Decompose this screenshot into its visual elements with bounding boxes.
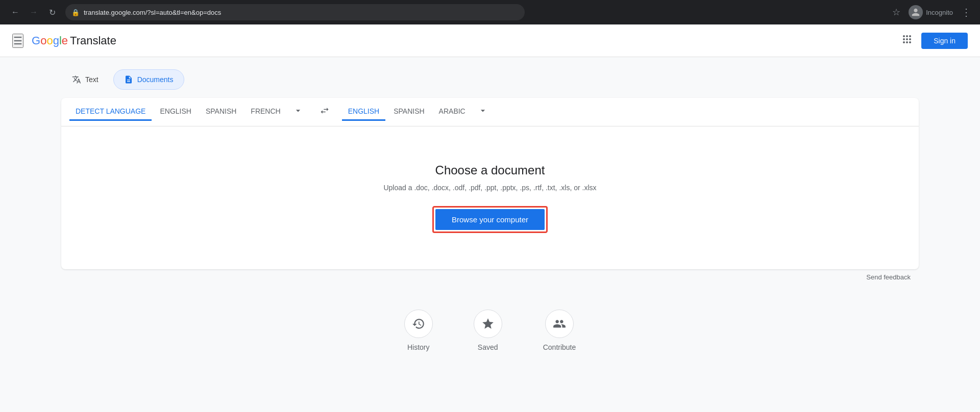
- bottom-nav: History Saved Contribute: [61, 285, 919, 368]
- browser-chrome: ← → ↻ 🔒 translate.google.com/?sl=auto&tl…: [0, 0, 980, 24]
- target-lang-arabic[interactable]: ARABIC: [433, 103, 472, 121]
- feedback-row: Send feedback: [61, 269, 919, 285]
- swap-languages-button[interactable]: [307, 101, 342, 122]
- target-lang-english[interactable]: ENGLISH: [342, 103, 385, 121]
- target-lang-spanish[interactable]: SPANISH: [387, 103, 430, 121]
- hamburger-menu[interactable]: ☰: [12, 34, 23, 48]
- browse-computer-button[interactable]: Browse your computer: [435, 209, 545, 230]
- logo-google-text: Google: [32, 34, 68, 47]
- source-lang-more-icon[interactable]: [289, 101, 307, 122]
- incognito-avatar: [909, 5, 923, 19]
- logo-translate-text: Translate: [70, 34, 116, 47]
- bookmark-icon[interactable]: ☆: [892, 7, 900, 18]
- header-right: Sign in: [901, 33, 968, 49]
- source-language-selector: DETECT LANGUAGE ENGLISH SPANISH FRENCH: [69, 101, 307, 122]
- main-content: Text Documents DETECT LANGUAGE ENGLISH S…: [0, 57, 980, 412]
- target-language-selector: ENGLISH SPANISH ARABIC: [342, 101, 911, 122]
- sign-in-button[interactable]: Sign in: [921, 33, 968, 49]
- saved-icon: [474, 310, 502, 338]
- app-logo: Google Translate: [32, 34, 116, 47]
- tab-text[interactable]: Text: [61, 69, 109, 90]
- incognito-badge: Incognito: [909, 5, 953, 19]
- nav-item-history[interactable]: History: [404, 310, 433, 351]
- contribute-icon: [545, 310, 574, 338]
- source-lang-detect[interactable]: DETECT LANGUAGE: [69, 103, 152, 121]
- contribute-label: Contribute: [543, 343, 576, 351]
- address-bar[interactable]: 🔒 translate.google.com/?sl=auto&tl=en&op…: [65, 4, 525, 20]
- url-text: translate.google.com/?sl=auto&tl=en&op=d…: [84, 9, 221, 16]
- upload-area: Choose a document Upload a .doc, .docx, …: [61, 126, 919, 269]
- mode-tabs: Text Documents: [61, 69, 919, 90]
- history-icon: [404, 310, 433, 338]
- source-lang-french[interactable]: FRENCH: [244, 103, 286, 121]
- lock-icon: 🔒: [71, 9, 80, 16]
- nav-item-saved[interactable]: Saved: [474, 310, 502, 351]
- upload-title: Choose a document: [435, 163, 545, 177]
- browser-menu-button[interactable]: ⋮: [961, 6, 972, 18]
- reload-button[interactable]: ↻: [45, 5, 59, 19]
- source-lang-english[interactable]: ENGLISH: [154, 103, 197, 121]
- forward-button[interactable]: →: [27, 5, 41, 19]
- send-feedback-link[interactable]: Send feedback: [866, 273, 911, 281]
- target-lang-more-icon[interactable]: [474, 101, 492, 122]
- source-lang-spanish[interactable]: SPANISH: [200, 103, 242, 121]
- upload-subtitle: Upload a .doc, .docx, .odf, .pdf, .ppt, …: [383, 184, 596, 192]
- browse-button-wrapper: Browse your computer: [432, 206, 548, 233]
- back-button[interactable]: ←: [8, 5, 22, 19]
- apps-grid-icon[interactable]: [901, 33, 913, 48]
- nav-buttons: ← → ↻: [8, 5, 59, 19]
- incognito-label: Incognito: [926, 9, 953, 16]
- app-header: ☰ Google Translate Sign in: [0, 24, 980, 57]
- browser-right: ☆ Incognito ⋮: [892, 5, 972, 19]
- saved-label: Saved: [478, 343, 498, 351]
- language-bar: DETECT LANGUAGE ENGLISH SPANISH FRENCH E…: [61, 98, 919, 126]
- history-label: History: [407, 343, 430, 351]
- nav-item-contribute[interactable]: Contribute: [543, 310, 576, 351]
- tab-documents[interactable]: Documents: [113, 69, 184, 90]
- translation-card: DETECT LANGUAGE ENGLISH SPANISH FRENCH E…: [61, 98, 919, 269]
